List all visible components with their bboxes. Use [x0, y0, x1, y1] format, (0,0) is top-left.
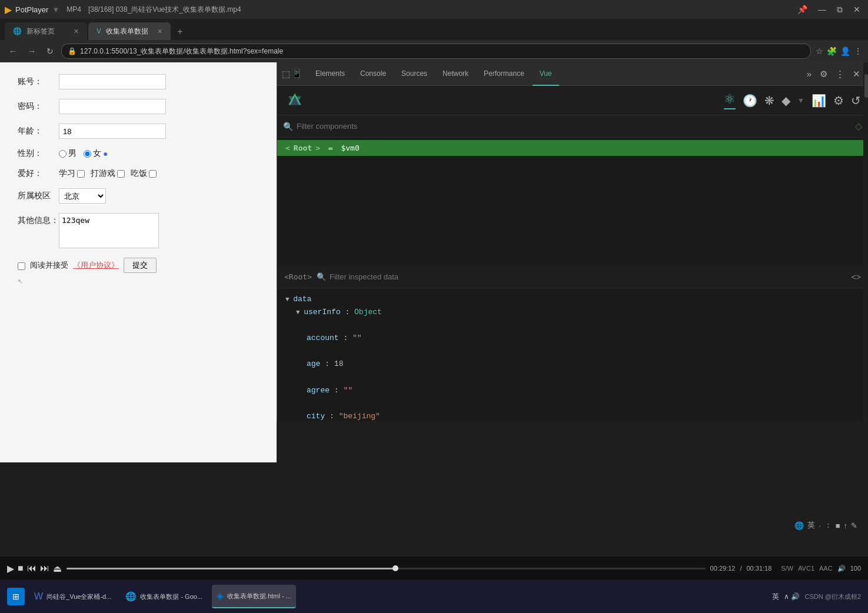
checkbox-study[interactable]: [77, 170, 85, 178]
devtools-scrollbar[interactable]: [863, 62, 868, 421]
field-age: age : 18: [285, 358, 860, 371]
devtools-close-icon[interactable]: ✕: [850, 67, 863, 81]
vue-settings-icon[interactable]: ⚙: [833, 94, 844, 108]
profile-icon[interactable]: 👤: [840, 46, 850, 56]
new-tab-button[interactable]: +: [172, 24, 188, 40]
floating-up-icon[interactable]: ↑: [844, 521, 848, 530]
agree-value: "": [343, 386, 352, 395]
code-brackets-icon[interactable]: <>: [852, 272, 861, 282]
tab-label-active: 收集表单数据: [106, 26, 148, 36]
campus-label: 所属校区: [18, 191, 59, 201]
devtools-panel: ⬚ 📱 Elements Console Sources Network Per…: [277, 62, 868, 421]
cursor-indicator: ↖: [18, 278, 259, 285]
checkbox-food[interactable]: [149, 170, 157, 178]
tab-performance[interactable]: Performance: [477, 62, 531, 86]
components-tree-icon[interactable]: ⚛: [724, 92, 736, 109]
age-input[interactable]: [59, 124, 166, 139]
userinfo-key[interactable]: userInfo: [296, 308, 345, 317]
components-filter-bar: 🔍 ◇: [277, 115, 868, 138]
field-city: city : "beijing": [285, 410, 860, 421]
media-progress-bar[interactable]: [66, 568, 706, 569]
taskbar-lang[interactable]: 英: [772, 592, 779, 602]
age-row: 年龄：: [18, 124, 259, 139]
user-info-section: userInfo : Object: [285, 306, 860, 319]
address-input[interactable]: 🔒 127.0.0.1:5500/13_收集表单数据/收集表单数据.html?s…: [61, 44, 811, 59]
restore-button[interactable]: ⧉: [834, 4, 846, 16]
radio-female[interactable]: [84, 150, 91, 158]
vue-action-bar: ⚛ 🕐 ❋ ◆ ▼ 📊 ⚙ ↺: [277, 86, 868, 115]
inspected-filter: 🔍: [317, 272, 428, 281]
other-textarea[interactable]: 123qew: [59, 213, 159, 248]
tab-active[interactable]: V 收集表单数据 ✕: [88, 22, 171, 40]
vuex-icon[interactable]: ❋: [764, 94, 774, 108]
forward-button[interactable]: →: [25, 45, 39, 58]
minimize-button[interactable]: —: [815, 4, 829, 15]
timeline-icon[interactable]: 🕐: [743, 94, 757, 108]
tab-newtab[interactable]: 🌐 新标签页 ✕: [5, 22, 87, 40]
pin-icon[interactable]: 📌: [794, 4, 810, 15]
window-controls: 📌 — ⧉ ✕: [794, 4, 863, 16]
tab-close-active[interactable]: ✕: [157, 28, 162, 35]
play-button[interactable]: ▶: [7, 563, 14, 574]
tab-vue[interactable]: Vue: [533, 62, 559, 86]
inspected-filter-input[interactable]: [330, 272, 428, 281]
hobby-food-label: 吃饭: [131, 168, 147, 179]
menu-icon[interactable]: ⋮: [854, 46, 862, 56]
userinfo-type: Object: [354, 308, 382, 317]
root-component-item[interactable]: < Root > = $vm0: [277, 140, 868, 156]
bookmark-icon[interactable]: ☆: [816, 46, 823, 56]
router-dropdown-icon[interactable]: ▼: [797, 96, 804, 105]
floating-separator: ·: [819, 521, 821, 530]
more-options-icon[interactable]: ⋮: [833, 67, 847, 81]
tab-close-newtab[interactable]: ✕: [74, 28, 79, 35]
tab-network[interactable]: Network: [435, 62, 475, 86]
performance-icon[interactable]: 📊: [812, 94, 826, 108]
prev-button[interactable]: ⏮: [27, 563, 36, 574]
extension-icon[interactable]: 🧩: [827, 46, 837, 56]
address-bar: ← → ↻ 🔒 127.0.0.1:5500/13_收集表单数据/收集表单数据.…: [0, 40, 868, 62]
start-button[interactable]: ⊞: [7, 588, 25, 605]
settings-icon[interactable]: ⚙: [817, 67, 830, 81]
taskbar-app-editor-label: 收集表单数据.html - ...: [227, 592, 291, 601]
eject-button[interactable]: ⏏: [53, 563, 62, 574]
components-filter-input[interactable]: [297, 122, 852, 131]
vue-refresh-icon[interactable]: ↺: [851, 94, 861, 108]
floating-edit-icon[interactable]: ✎: [851, 521, 857, 530]
taskbar-app-editor[interactable]: ◈ 收集表单数据.html - ...: [212, 585, 296, 608]
agree-row: 阅读并接受 《用户协议》 提交: [18, 258, 259, 273]
checkbox-game[interactable]: [117, 170, 125, 178]
account-input[interactable]: [59, 74, 166, 89]
floating-square-icon[interactable]: ■: [836, 521, 840, 530]
tab-sources[interactable]: Sources: [394, 62, 434, 86]
refresh-button[interactable]: ↻: [44, 45, 56, 58]
app-title: ▶ PotPlayer ▼: [5, 4, 59, 15]
agree-checkbox[interactable]: [18, 262, 25, 270]
account-row: 账号：: [18, 74, 259, 89]
title-bar: ▶ PotPlayer ▼ MP4 [38/168] 038_尚硅谷Vue技术_…: [0, 0, 868, 19]
campus-select[interactable]: 北京 上海 深圳 武汉: [59, 188, 106, 204]
more-tabs-button[interactable]: »: [804, 67, 814, 81]
stop-button[interactable]: ■: [18, 563, 24, 574]
router-icon[interactable]: ◆: [781, 94, 790, 108]
radio-male[interactable]: [59, 150, 66, 158]
next-button[interactable]: ⏭: [40, 563, 49, 574]
devtools-inspect-icon[interactable]: ⬚: [282, 69, 290, 79]
back-button[interactable]: ←: [6, 45, 20, 58]
floating-globe-icon[interactable]: 🌐: [794, 521, 804, 530]
devtools-device-icon[interactable]: 📱: [291, 69, 302, 79]
tab-elements[interactable]: Elements: [308, 62, 352, 86]
submit-button[interactable]: 提交: [124, 258, 157, 273]
inspected-header: <Root> 🔍 <>: [277, 266, 868, 288]
floating-keyboard-icon[interactable]: ：: [824, 520, 832, 531]
taskbar-app-chrome[interactable]: 🌐 收集表单数据 - Goo...: [121, 585, 207, 608]
user-agreement-link[interactable]: 《用户协议》: [73, 260, 119, 271]
gender-female-item: 女 ●: [84, 148, 108, 159]
data-section[interactable]: data: [285, 295, 311, 304]
vue-devtools-content: ⚛ 🕐 ❋ ◆ ▼ 📊 ⚙ ↺ 🔍: [277, 86, 868, 421]
agree-text: 阅读并接受: [30, 260, 68, 271]
scrollbar-thumb[interactable]: [864, 74, 868, 98]
close-button[interactable]: ✕: [850, 4, 863, 15]
tab-console[interactable]: Console: [353, 62, 393, 86]
taskbar-app-word[interactable]: W 尚硅谷_Vue全家桶-d...: [29, 585, 116, 608]
password-input[interactable]: [59, 99, 166, 114]
